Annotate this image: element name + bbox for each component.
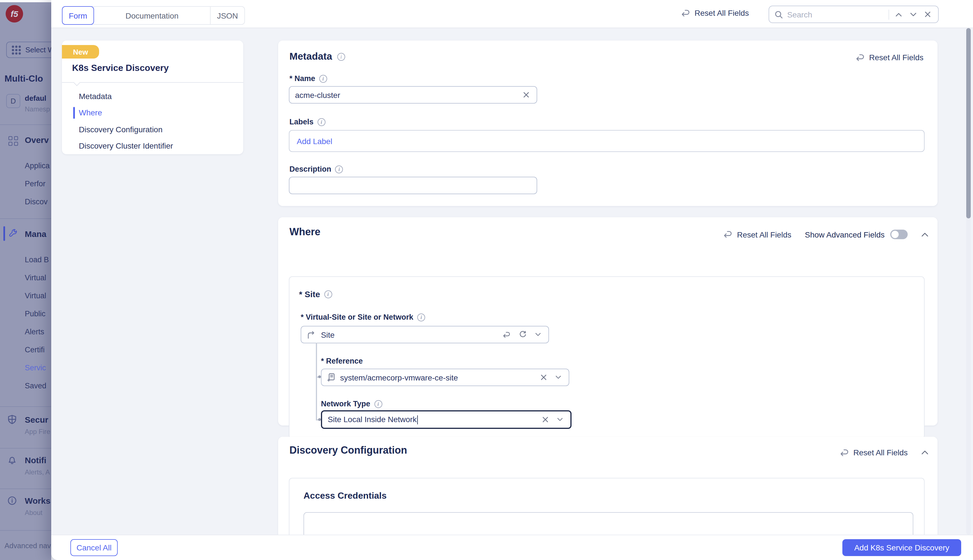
connector-line: [316, 343, 317, 420]
undo-icon: [840, 449, 849, 456]
info-icon[interactable]: i: [317, 118, 325, 126]
nav-divider: [62, 82, 243, 83]
workspace-title: Multi-Clo: [5, 74, 43, 84]
form-nav-card: New K8s Service Discovery Metadata Where…: [62, 40, 243, 154]
access-credentials-group: Access Credentials: [289, 478, 925, 535]
info-icon[interactable]: i: [374, 400, 382, 408]
manage-active-bar: [3, 226, 5, 241]
sidebar-item-virtual-2[interactable]: Virtual: [25, 292, 46, 300]
tab-json[interactable]: JSON: [210, 7, 244, 24]
sidebar-item-alerts[interactable]: Alerts: [25, 328, 44, 336]
nav-item-metadata[interactable]: Metadata: [62, 88, 243, 104]
scrollbar-thumb[interactable]: [966, 28, 971, 218]
collapse-where-icon[interactable]: [921, 232, 928, 237]
info-icon[interactable]: i: [417, 313, 425, 321]
workspace-grid-icon: [12, 45, 21, 54]
add-k8s-service-discovery-button[interactable]: Add K8s Service Discovery: [842, 539, 961, 556]
access-credentials-field[interactable]: [304, 512, 913, 535]
chevron-down-icon[interactable]: [533, 333, 543, 337]
chevron-down-icon[interactable]: [554, 375, 563, 379]
sidebar-section-manage[interactable]: Mana: [25, 229, 47, 238]
show-advanced-fields-toggle[interactable]: [890, 230, 908, 239]
nav-divider-notch: [73, 79, 80, 86]
discovery-configuration-title: Discovery Configuration: [289, 445, 407, 457]
description-field: [289, 177, 537, 194]
f5-logo[interactable]: f5: [6, 5, 23, 23]
search-input[interactable]: [787, 10, 884, 19]
reference-select[interactable]: system/acmecorp-vmware-ce-site: [321, 368, 569, 386]
show-advanced-fields-label: Show Advanced Fields: [805, 230, 885, 239]
sidebar: f5 Select W Multi-Clo D defaul Namesp Ov…: [0, 0, 51, 560]
labels-field[interactable]: Add Label: [289, 130, 925, 152]
form-content: New K8s Service Discovery Metadata Where…: [51, 28, 973, 535]
namespace-avatar[interactable]: D: [6, 94, 20, 108]
clear-reference-icon[interactable]: [539, 374, 548, 380]
sidebar-item-service-discovery[interactable]: Servic: [25, 363, 46, 372]
metadata-title: Metadata: [289, 51, 332, 62]
sidebar-section-notifications[interactable]: Notifi: [25, 455, 47, 465]
undo-icon: [681, 9, 690, 17]
scrollbar-track[interactable]: [966, 28, 971, 535]
chevron-down-icon[interactable]: [555, 418, 565, 422]
virtual-site-or-site-or-network-label: * Virtual-Site or Site or Networki: [301, 313, 425, 322]
site-group: * Sitei * Virtual-Site or Site or Networ…: [289, 276, 925, 439]
sidebar-item-applications[interactable]: Applica: [25, 162, 50, 170]
where-reset-button[interactable]: Reset All Fields: [724, 230, 791, 239]
sidebar-section-security[interactable]: Secur: [25, 415, 48, 424]
reset-all-fields-top[interactable]: Reset All Fields: [681, 8, 749, 17]
sidebar-item-virtual-1[interactable]: Virtual: [25, 273, 46, 282]
description-input[interactable]: [295, 181, 531, 190]
select-workspace-button[interactable]: Select W: [6, 42, 51, 58]
search-prev-button[interactable]: [894, 12, 904, 17]
cancel-all-button[interactable]: Cancel All: [70, 539, 118, 556]
search-next-button[interactable]: [908, 12, 918, 17]
search-close-button[interactable]: [923, 11, 933, 17]
reference-value: system/acmecorp-vmware-ce-site: [340, 373, 534, 382]
sidebar-section-workspace-info[interactable]: Works: [25, 496, 50, 505]
clear-network-type-icon[interactable]: [541, 417, 550, 423]
add-label-button[interactable]: Add Label: [297, 137, 332, 145]
site-label: * Sitei: [299, 289, 332, 299]
sidebar-item-discovery[interactable]: Discov: [25, 198, 48, 206]
description-label: Descriptioni: [289, 165, 343, 173]
nav-item-discovery-cluster-identifier[interactable]: Discovery Cluster Identifier: [62, 138, 243, 154]
reference-label: * Reference: [321, 357, 363, 365]
select-workspace-label: Select W: [25, 46, 51, 54]
undo-icon: [724, 231, 733, 238]
sidebar-item-public[interactable]: Public: [25, 310, 46, 318]
nav-item-discovery-configuration[interactable]: Discovery Configuration: [62, 121, 243, 138]
sidebar-item-certificates[interactable]: Certifi: [25, 345, 45, 354]
info-icon[interactable]: i: [319, 75, 327, 82]
sidebar-item-load-balancers[interactable]: Load B: [25, 255, 49, 264]
site-type-select[interactable]: Site: [301, 326, 549, 343]
advanced-nav-link[interactable]: Advanced nav: [5, 542, 51, 550]
info-icon[interactable]: i: [324, 290, 332, 298]
sidebar-section-overview[interactable]: Overv: [25, 135, 49, 145]
info-icon[interactable]: i: [335, 165, 343, 173]
info-icon[interactable]: i: [337, 53, 345, 60]
tab-form[interactable]: Form: [62, 6, 94, 25]
shield-icon: [7, 415, 17, 424]
sidebar-divider: [0, 218, 51, 219]
namespace-name: defaul: [25, 94, 47, 102]
nav-item-where[interactable]: Where: [62, 104, 243, 121]
metadata-reset-button[interactable]: Reset All Fields: [856, 53, 923, 62]
name-field: [289, 86, 537, 103]
network-type-value: Site Local Inside Network: [328, 415, 536, 425]
sidebar-item-performance[interactable]: Perfor: [25, 180, 46, 188]
name-label: * Namei: [289, 74, 327, 83]
tab-documentation[interactable]: Documentation: [94, 7, 210, 24]
toggle-knob: [891, 231, 899, 238]
undo-icon[interactable]: [501, 331, 512, 338]
sidebar-workspace-sub: About: [25, 509, 42, 517]
sidebar-divider: [0, 488, 51, 489]
search-icon: [775, 10, 783, 18]
sidebar-item-saved[interactable]: Saved: [25, 382, 47, 390]
name-input[interactable]: [295, 90, 521, 99]
network-type-select[interactable]: Site Local Inside Network: [321, 410, 571, 429]
collapse-discovery-icon[interactable]: [921, 450, 928, 455]
clear-name-icon[interactable]: [521, 92, 531, 98]
discovery-reset-label: Reset All Fields: [853, 448, 908, 457]
discovery-reset-button[interactable]: Reset All Fields: [840, 448, 908, 457]
refresh-icon[interactable]: [517, 331, 528, 338]
